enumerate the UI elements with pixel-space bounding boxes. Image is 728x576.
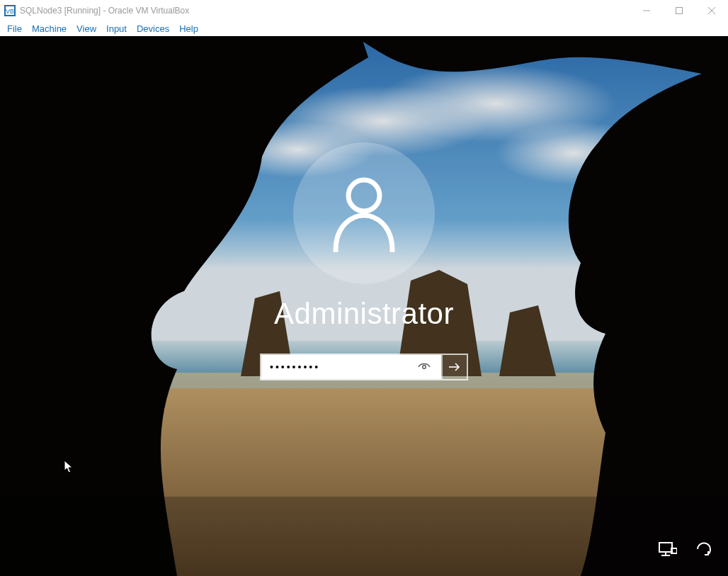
vm-display[interactable]: Administrator xyxy=(0,36,728,576)
network-icon xyxy=(657,541,677,558)
window-title: SQLNode3 [Running] - Oracle VM VirtualBo… xyxy=(20,6,189,16)
menu-machine[interactable]: Machine xyxy=(28,23,71,35)
svg-rect-4 xyxy=(676,8,683,14)
ease-of-access-button[interactable] xyxy=(694,539,714,559)
password-input[interactable] xyxy=(268,354,414,380)
submit-button[interactable] xyxy=(441,355,467,379)
menu-input[interactable]: Input xyxy=(102,23,131,35)
password-reveal-icon[interactable] xyxy=(414,362,434,372)
menubar: File Machine View Input Devices Help xyxy=(0,21,728,36)
virtualbox-icon: VB xyxy=(4,5,16,16)
password-field-container xyxy=(261,355,441,379)
arrow-right-icon xyxy=(448,362,461,372)
svg-rect-19 xyxy=(659,543,672,552)
menu-view[interactable]: View xyxy=(72,23,101,35)
window-controls xyxy=(630,0,728,21)
login-panel: Administrator xyxy=(0,142,728,380)
user-avatar xyxy=(293,142,435,284)
window-titlebar: VB SQLNode3 [Running] - Oracle VM Virtua… xyxy=(0,0,728,21)
network-button[interactable] xyxy=(657,539,677,559)
svg-point-16 xyxy=(348,180,380,211)
minimize-button[interactable] xyxy=(630,0,663,21)
password-row xyxy=(260,354,468,380)
svg-point-17 xyxy=(423,366,426,369)
menu-devices[interactable]: Devices xyxy=(132,23,174,35)
username-label: Administrator xyxy=(274,297,454,331)
menu-file[interactable]: File xyxy=(3,23,26,35)
svg-text:VB: VB xyxy=(6,8,14,15)
ease-of-access-icon xyxy=(695,540,713,558)
corner-controls xyxy=(657,539,714,559)
menu-help[interactable]: Help xyxy=(175,23,203,35)
maximize-button[interactable] xyxy=(663,0,695,21)
close-button[interactable] xyxy=(695,0,728,21)
user-icon xyxy=(329,174,399,252)
